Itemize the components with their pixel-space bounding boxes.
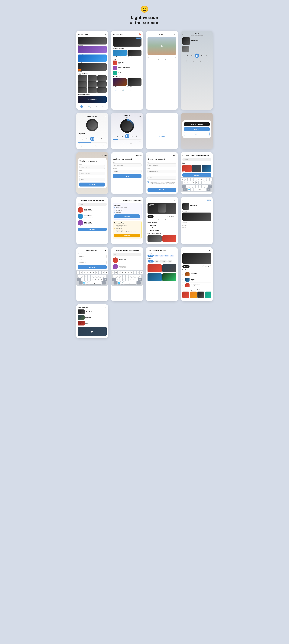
more-button[interactable]: ⋯ <box>174 33 176 36</box>
more-album-2[interactable] <box>162 235 177 242</box>
mood-tag-1[interactable]: Happy <box>148 260 154 262</box>
key-r[interactable]: R <box>191 178 194 181</box>
key-g[interactable]: G <box>126 274 128 278</box>
album-thumb-happier[interactable] <box>78 54 107 62</box>
continue-btn[interactable]: Continue <box>78 228 107 231</box>
genre-tile-2[interactable] <box>192 165 201 172</box>
login-button[interactable]: Log in <box>113 174 141 178</box>
more-album-1[interactable] <box>148 235 162 242</box>
basic-continue-btn[interactable]: Continue <box>114 214 140 218</box>
key-shift[interactable]: ⇧ <box>77 278 81 281</box>
genre-tag-rnb[interactable]: R&B <box>154 254 159 256</box>
key-c[interactable]: C <box>88 278 90 281</box>
key-z[interactable]: Z <box>81 278 84 281</box>
key-return[interactable]: ret. <box>102 282 106 284</box>
play-button[interactable]: ▶ Play <box>182 266 190 268</box>
key-delete[interactable]: ⌫ <box>208 184 212 188</box>
key-123[interactable]: 123 <box>79 282 82 284</box>
key-emoji[interactable]: 🌐 <box>118 282 121 284</box>
key-j[interactable]: J <box>202 181 205 184</box>
key-space[interactable]: space <box>194 188 206 191</box>
key-v[interactable]: V <box>126 278 128 281</box>
back-button[interactable]: ‹ <box>78 115 78 117</box>
key-q[interactable]: Q <box>111 271 114 274</box>
video-thumb-2[interactable]: ▶ <box>78 315 85 320</box>
key-s[interactable]: S <box>116 274 119 278</box>
album-thumb-culture[interactable]: Ignore <box>78 63 107 71</box>
playlist-name-input[interactable] <box>78 255 107 258</box>
track-thumb[interactable] <box>78 87 87 93</box>
key-delete[interactable]: ⌫ <box>138 278 142 281</box>
premium-continue-btn[interactable]: Continue <box>114 234 140 238</box>
key-d[interactable]: D <box>85 274 87 278</box>
nav-heart[interactable]: ♡ <box>137 89 139 92</box>
genre-tag-pop[interactable]: Pop <box>159 254 164 256</box>
key-f[interactable]: F <box>123 274 125 278</box>
share-icon[interactable]: ⤴ <box>210 33 211 36</box>
key-q[interactable]: Q <box>77 271 79 274</box>
key-d[interactable]: D <box>189 181 192 184</box>
prev-ctrl[interactable]: ⏮ <box>121 135 123 138</box>
back-button[interactable]: ‹ <box>182 199 183 202</box>
key-a[interactable]: A <box>113 274 116 278</box>
key-w[interactable]: W <box>80 271 82 274</box>
key-h[interactable]: H <box>129 274 132 278</box>
key-n[interactable]: N <box>132 278 135 281</box>
video-art-1[interactable] <box>148 264 162 272</box>
more-button[interactable]: ⋯ <box>104 115 107 118</box>
back-button[interactable]: ‹ <box>78 154 78 157</box>
track-thumb[interactable] <box>88 87 97 93</box>
key-o[interactable]: O <box>137 271 139 274</box>
key-y[interactable]: Y <box>127 271 130 274</box>
heart-icon[interactable]: ♡ <box>151 59 152 61</box>
key-i[interactable]: I <box>134 271 136 274</box>
small-art-3[interactable] <box>198 292 204 298</box>
key-f[interactable]: F <box>88 274 90 278</box>
nav-library[interactable]: ♪ <box>96 106 97 108</box>
small-art-4[interactable] <box>205 292 211 298</box>
key-j[interactable]: J <box>132 274 135 278</box>
continue-button[interactable]: Continue <box>79 182 105 186</box>
repeat-ctrl[interactable]: ⥁ <box>205 54 208 57</box>
video-thumb-3[interactable]: ▶ <box>78 321 85 326</box>
name-input2[interactable] <box>148 163 176 167</box>
key-i[interactable]: I <box>99 271 101 274</box>
featured-video-banner[interactable]: ▶ <box>78 326 107 336</box>
see-all-link[interactable]: See All <box>208 269 211 270</box>
key-z[interactable]: Z <box>116 278 119 281</box>
key-u[interactable]: U <box>200 178 203 181</box>
key-e[interactable]: E <box>188 178 190 181</box>
key-e[interactable]: E <box>118 271 121 274</box>
artist-thumb-2[interactable] <box>78 214 83 219</box>
tt-thumb[interactable] <box>185 272 190 276</box>
key-x[interactable]: X <box>119 278 122 281</box>
repost-icon[interactable]: ↻ <box>165 219 167 221</box>
nav-search[interactable]: 🔍 <box>122 89 125 92</box>
more-btn[interactable]: ⋯ <box>104 133 107 135</box>
create-playlist-continue[interactable]: Continue <box>78 265 107 269</box>
track-thumb[interactable] <box>78 81 87 87</box>
video-thumb-1[interactable]: ▶ <box>78 310 85 314</box>
heart-icon[interactable]: ♡ <box>151 219 152 221</box>
add-icon[interactable]: + <box>193 60 194 62</box>
key-p[interactable]: P <box>140 271 143 274</box>
artist-thumb-1[interactable] <box>78 207 83 213</box>
key-return[interactable]: ret. <box>137 282 141 284</box>
big-album-art[interactable]: New Album <box>113 37 141 46</box>
password-input[interactable] <box>79 178 105 182</box>
key-n[interactable]: N <box>202 184 205 188</box>
key-x[interactable]: X <box>85 278 87 281</box>
track-thumb[interactable] <box>113 71 117 75</box>
key-a[interactable]: A <box>78 274 81 278</box>
key-g[interactable]: G <box>91 274 94 278</box>
next-ctrl[interactable]: ⏭ <box>131 135 134 138</box>
key-r[interactable]: R <box>86 271 89 274</box>
key-k[interactable]: K <box>205 181 208 184</box>
playlist-desc-input[interactable] <box>78 261 107 264</box>
small-art-1[interactable] <box>182 292 189 298</box>
key-l[interactable]: L <box>208 181 211 184</box>
signup-btn2[interactable]: Sign Up <box>148 188 176 192</box>
login-link-button[interactable]: Log In <box>184 132 210 136</box>
album-thumb[interactable] <box>113 50 127 56</box>
shuffle-button[interactable]: ⇄ Shuffle <box>167 215 176 218</box>
